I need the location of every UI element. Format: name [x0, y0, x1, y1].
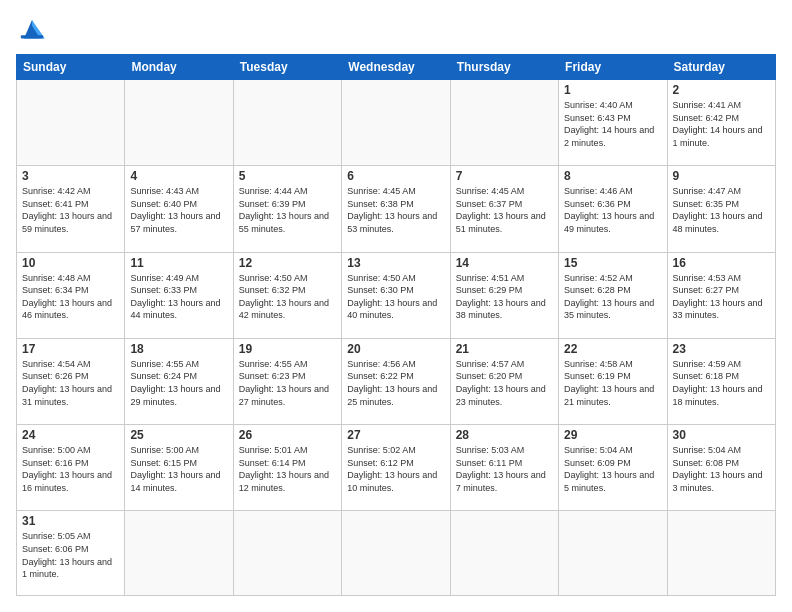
day-number: 24	[22, 428, 119, 442]
day-cell: 25Sunrise: 5:00 AM Sunset: 6:15 PM Dayli…	[125, 425, 233, 511]
day-number: 17	[22, 342, 119, 356]
day-header-wednesday: Wednesday	[342, 55, 450, 80]
header	[16, 16, 776, 44]
day-number: 29	[564, 428, 661, 442]
day-cell	[342, 511, 450, 596]
day-number: 2	[673, 83, 770, 97]
day-number: 5	[239, 169, 336, 183]
day-cell: 29Sunrise: 5:04 AM Sunset: 6:09 PM Dayli…	[559, 425, 667, 511]
header-row: SundayMondayTuesdayWednesdayThursdayFrid…	[17, 55, 776, 80]
day-cell	[233, 511, 341, 596]
day-info: Sunrise: 4:47 AM Sunset: 6:35 PM Dayligh…	[673, 185, 770, 235]
day-cell: 17Sunrise: 4:54 AM Sunset: 6:26 PM Dayli…	[17, 338, 125, 424]
day-number: 8	[564, 169, 661, 183]
week-row-3: 17Sunrise: 4:54 AM Sunset: 6:26 PM Dayli…	[17, 338, 776, 424]
day-number: 7	[456, 169, 553, 183]
day-number: 14	[456, 256, 553, 270]
day-header-friday: Friday	[559, 55, 667, 80]
day-cell: 26Sunrise: 5:01 AM Sunset: 6:14 PM Dayli…	[233, 425, 341, 511]
day-cell: 14Sunrise: 4:51 AM Sunset: 6:29 PM Dayli…	[450, 252, 558, 338]
day-cell: 6Sunrise: 4:45 AM Sunset: 6:38 PM Daylig…	[342, 166, 450, 252]
day-info: Sunrise: 5:04 AM Sunset: 6:08 PM Dayligh…	[673, 444, 770, 494]
day-header-monday: Monday	[125, 55, 233, 80]
day-info: Sunrise: 4:49 AM Sunset: 6:33 PM Dayligh…	[130, 272, 227, 322]
week-row-1: 3Sunrise: 4:42 AM Sunset: 6:41 PM Daylig…	[17, 166, 776, 252]
day-cell: 3Sunrise: 4:42 AM Sunset: 6:41 PM Daylig…	[17, 166, 125, 252]
day-number: 4	[130, 169, 227, 183]
day-cell: 8Sunrise: 4:46 AM Sunset: 6:36 PM Daylig…	[559, 166, 667, 252]
day-cell: 7Sunrise: 4:45 AM Sunset: 6:37 PM Daylig…	[450, 166, 558, 252]
day-info: Sunrise: 4:42 AM Sunset: 6:41 PM Dayligh…	[22, 185, 119, 235]
day-number: 27	[347, 428, 444, 442]
day-info: Sunrise: 5:02 AM Sunset: 6:12 PM Dayligh…	[347, 444, 444, 494]
day-cell	[233, 80, 341, 166]
day-cell: 27Sunrise: 5:02 AM Sunset: 6:12 PM Dayli…	[342, 425, 450, 511]
day-number: 25	[130, 428, 227, 442]
week-row-5: 31Sunrise: 5:05 AM Sunset: 6:06 PM Dayli…	[17, 511, 776, 596]
day-info: Sunrise: 4:51 AM Sunset: 6:29 PM Dayligh…	[456, 272, 553, 322]
day-cell	[450, 511, 558, 596]
day-number: 23	[673, 342, 770, 356]
day-number: 22	[564, 342, 661, 356]
svg-rect-2	[21, 35, 43, 38]
day-info: Sunrise: 4:52 AM Sunset: 6:28 PM Dayligh…	[564, 272, 661, 322]
day-cell: 18Sunrise: 4:55 AM Sunset: 6:24 PM Dayli…	[125, 338, 233, 424]
day-info: Sunrise: 5:05 AM Sunset: 6:06 PM Dayligh…	[22, 530, 119, 580]
day-header-sunday: Sunday	[17, 55, 125, 80]
day-cell: 4Sunrise: 4:43 AM Sunset: 6:40 PM Daylig…	[125, 166, 233, 252]
day-cell: 31Sunrise: 5:05 AM Sunset: 6:06 PM Dayli…	[17, 511, 125, 596]
day-info: Sunrise: 4:45 AM Sunset: 6:38 PM Dayligh…	[347, 185, 444, 235]
day-cell: 28Sunrise: 5:03 AM Sunset: 6:11 PM Dayli…	[450, 425, 558, 511]
day-cell	[559, 511, 667, 596]
day-cell: 2Sunrise: 4:41 AM Sunset: 6:42 PM Daylig…	[667, 80, 775, 166]
day-number: 18	[130, 342, 227, 356]
calendar-table: SundayMondayTuesdayWednesdayThursdayFrid…	[16, 54, 776, 596]
day-number: 1	[564, 83, 661, 97]
day-info: Sunrise: 5:04 AM Sunset: 6:09 PM Dayligh…	[564, 444, 661, 494]
week-row-4: 24Sunrise: 5:00 AM Sunset: 6:16 PM Dayli…	[17, 425, 776, 511]
day-info: Sunrise: 4:48 AM Sunset: 6:34 PM Dayligh…	[22, 272, 119, 322]
day-number: 20	[347, 342, 444, 356]
day-cell: 20Sunrise: 4:56 AM Sunset: 6:22 PM Dayli…	[342, 338, 450, 424]
page: SundayMondayTuesdayWednesdayThursdayFrid…	[0, 0, 792, 612]
day-info: Sunrise: 4:54 AM Sunset: 6:26 PM Dayligh…	[22, 358, 119, 408]
day-number: 16	[673, 256, 770, 270]
day-cell: 12Sunrise: 4:50 AM Sunset: 6:32 PM Dayli…	[233, 252, 341, 338]
day-cell: 22Sunrise: 4:58 AM Sunset: 6:19 PM Dayli…	[559, 338, 667, 424]
day-number: 9	[673, 169, 770, 183]
day-cell: 9Sunrise: 4:47 AM Sunset: 6:35 PM Daylig…	[667, 166, 775, 252]
day-header-tuesday: Tuesday	[233, 55, 341, 80]
day-info: Sunrise: 5:03 AM Sunset: 6:11 PM Dayligh…	[456, 444, 553, 494]
day-cell: 11Sunrise: 4:49 AM Sunset: 6:33 PM Dayli…	[125, 252, 233, 338]
day-info: Sunrise: 4:50 AM Sunset: 6:30 PM Dayligh…	[347, 272, 444, 322]
day-info: Sunrise: 4:50 AM Sunset: 6:32 PM Dayligh…	[239, 272, 336, 322]
day-info: Sunrise: 4:59 AM Sunset: 6:18 PM Dayligh…	[673, 358, 770, 408]
day-cell	[450, 80, 558, 166]
day-info: Sunrise: 4:44 AM Sunset: 6:39 PM Dayligh…	[239, 185, 336, 235]
day-number: 19	[239, 342, 336, 356]
day-number: 28	[456, 428, 553, 442]
day-cell	[342, 80, 450, 166]
day-number: 11	[130, 256, 227, 270]
day-cell: 5Sunrise: 4:44 AM Sunset: 6:39 PM Daylig…	[233, 166, 341, 252]
week-row-0: 1Sunrise: 4:40 AM Sunset: 6:43 PM Daylig…	[17, 80, 776, 166]
day-cell	[667, 511, 775, 596]
day-info: Sunrise: 4:55 AM Sunset: 6:23 PM Dayligh…	[239, 358, 336, 408]
day-number: 3	[22, 169, 119, 183]
day-info: Sunrise: 4:41 AM Sunset: 6:42 PM Dayligh…	[673, 99, 770, 149]
day-number: 31	[22, 514, 119, 528]
day-info: Sunrise: 4:58 AM Sunset: 6:19 PM Dayligh…	[564, 358, 661, 408]
day-info: Sunrise: 5:00 AM Sunset: 6:15 PM Dayligh…	[130, 444, 227, 494]
day-cell: 13Sunrise: 4:50 AM Sunset: 6:30 PM Dayli…	[342, 252, 450, 338]
day-number: 26	[239, 428, 336, 442]
day-info: Sunrise: 4:55 AM Sunset: 6:24 PM Dayligh…	[130, 358, 227, 408]
day-cell: 21Sunrise: 4:57 AM Sunset: 6:20 PM Dayli…	[450, 338, 558, 424]
day-number: 15	[564, 256, 661, 270]
day-cell: 1Sunrise: 4:40 AM Sunset: 6:43 PM Daylig…	[559, 80, 667, 166]
day-info: Sunrise: 4:46 AM Sunset: 6:36 PM Dayligh…	[564, 185, 661, 235]
day-number: 21	[456, 342, 553, 356]
day-cell	[125, 80, 233, 166]
day-cell: 10Sunrise: 4:48 AM Sunset: 6:34 PM Dayli…	[17, 252, 125, 338]
day-info: Sunrise: 4:53 AM Sunset: 6:27 PM Dayligh…	[673, 272, 770, 322]
day-info: Sunrise: 4:56 AM Sunset: 6:22 PM Dayligh…	[347, 358, 444, 408]
